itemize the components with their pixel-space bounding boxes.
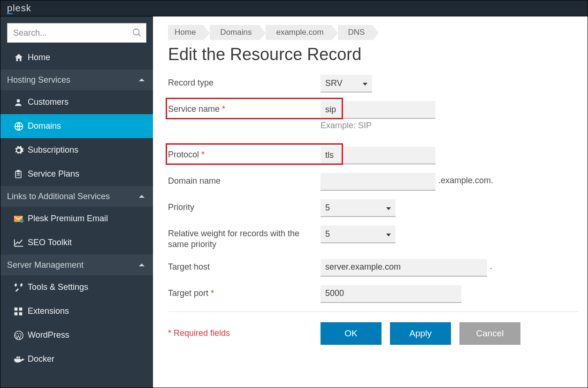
sidebar-item-wordpress[interactable]: WordPress bbox=[0, 323, 153, 347]
tools-icon bbox=[14, 282, 28, 293]
protocol-suffix-input bbox=[343, 147, 435, 164]
sidebar-item-service-plans[interactable]: Service Plans bbox=[0, 162, 153, 186]
sidebar-section-hosting[interactable]: Hosting Services bbox=[0, 70, 153, 90]
sidebar-item-extensions[interactable]: Extensions bbox=[0, 299, 153, 323]
sidebar-item-label: Docker bbox=[28, 354, 145, 364]
domain-name-input[interactable] bbox=[321, 173, 435, 191]
row-protocol: Protocol * bbox=[168, 147, 579, 164]
row-record-type: Record type SRV bbox=[168, 75, 579, 93]
home-icon bbox=[14, 53, 28, 63]
sidebar-item-label: Home bbox=[28, 53, 145, 62]
priority-label: Priority bbox=[168, 199, 321, 213]
target-host-suffix: . bbox=[490, 259, 492, 272]
svg-rect-14 bbox=[15, 312, 18, 315]
row-relative-weight: Relative weight for records with the sam… bbox=[168, 225, 579, 250]
sidebar-section-server[interactable]: Server Management bbox=[0, 255, 153, 275]
row-target-port: Target port * bbox=[168, 285, 579, 303]
service-name-input[interactable] bbox=[321, 101, 343, 119]
sidebar-item-label: SEO Toolkit bbox=[28, 238, 145, 248]
breadcrumb-domain[interactable]: example.com bbox=[266, 25, 331, 40]
sidebar-item-tools-settings[interactable]: Tools & Settings bbox=[0, 275, 153, 299]
breadcrumb-dns[interactable]: DNS bbox=[338, 25, 373, 40]
sidebar-item-seo-toolkit[interactable]: SEO Toolkit bbox=[0, 231, 153, 255]
grid-icon bbox=[14, 307, 28, 316]
svg-rect-15 bbox=[19, 312, 23, 315]
target-host-input[interactable] bbox=[321, 259, 487, 277]
svg-rect-5 bbox=[17, 170, 20, 171]
gear-icon bbox=[14, 145, 28, 155]
breadcrumb-home[interactable]: Home bbox=[168, 25, 203, 40]
svg-point-2 bbox=[17, 99, 20, 102]
svg-point-0 bbox=[133, 29, 139, 35]
row-service-name: Service name * Example: SIP bbox=[168, 101, 579, 131]
top-bar: plesk bbox=[0, 0, 588, 16]
record-type-select[interactable]: SRV bbox=[321, 75, 372, 93]
chevron-up-icon bbox=[139, 264, 145, 266]
globe-icon bbox=[14, 121, 28, 132]
chevron-up-icon bbox=[139, 195, 145, 198]
sidebar-section-links[interactable]: Links to Additional Services bbox=[0, 186, 153, 207]
clipboard-icon bbox=[14, 169, 28, 179]
row-target-host: Target host . bbox=[168, 259, 579, 277]
service-name-hint: Example: SIP bbox=[321, 121, 579, 131]
svg-rect-21 bbox=[18, 357, 20, 358]
main-content: Home Domains example.com DNS Edit the Re… bbox=[153, 16, 588, 388]
target-port-input[interactable] bbox=[321, 285, 461, 303]
sidebar-item-label: WordPress bbox=[28, 330, 145, 340]
sidebar-item-label: Extensions bbox=[28, 306, 145, 316]
search-input[interactable] bbox=[8, 23, 146, 42]
protocol-label: Protocol * bbox=[168, 147, 321, 160]
priority-select[interactable]: 5 bbox=[321, 199, 396, 217]
sidebar-item-docker[interactable]: Docker bbox=[0, 347, 153, 371]
sidebar: Home Hosting Services Customers Domains … bbox=[0, 16, 153, 388]
target-host-label: Target host bbox=[168, 259, 321, 272]
chart-icon bbox=[14, 238, 28, 248]
search-icon bbox=[132, 28, 142, 38]
svg-rect-12 bbox=[15, 307, 18, 310]
breadcrumb-domains[interactable]: Domains bbox=[210, 25, 259, 40]
wordpress-icon bbox=[14, 330, 28, 341]
domain-suffix: .example.com. bbox=[438, 173, 493, 186]
sidebar-item-label: Domains bbox=[28, 121, 145, 131]
service-name-suffix-input bbox=[343, 101, 435, 119]
target-port-label: Target port * bbox=[168, 285, 321, 299]
sidebar-item-label: Service Plans bbox=[28, 169, 145, 179]
mail-icon bbox=[14, 214, 28, 224]
svg-point-9 bbox=[20, 219, 23, 222]
svg-rect-20 bbox=[16, 357, 18, 358]
sidebar-item-label: Subscriptions bbox=[28, 145, 145, 155]
sidebar-item-label: Plesk Premium Email bbox=[28, 214, 145, 224]
service-name-label: Service name * bbox=[168, 101, 321, 115]
docker-icon bbox=[14, 355, 28, 364]
relative-weight-label: Relative weight for records with the sam… bbox=[168, 225, 321, 250]
sidebar-item-home[interactable]: Home bbox=[0, 46, 153, 70]
actions-row: * Required fields OK Apply Cancel bbox=[168, 322, 579, 345]
row-priority: Priority 5 bbox=[168, 199, 579, 217]
breadcrumb: Home Domains example.com DNS bbox=[168, 25, 579, 40]
person-icon bbox=[14, 98, 28, 107]
protocol-input[interactable] bbox=[321, 147, 343, 164]
page-title: Edit the Resource Record bbox=[168, 45, 579, 64]
sidebar-item-label: Tools & Settings bbox=[28, 282, 145, 292]
relative-weight-select[interactable]: 5 bbox=[321, 225, 396, 243]
brand-logo: plesk bbox=[7, 3, 31, 14]
apply-button[interactable]: Apply bbox=[390, 322, 451, 345]
ok-button[interactable]: OK bbox=[321, 322, 382, 345]
cancel-button[interactable]: Cancel bbox=[459, 322, 520, 345]
sidebar-item-domains[interactable]: Domains bbox=[0, 114, 153, 138]
svg-line-1 bbox=[138, 34, 141, 37]
sidebar-item-label: Customers bbox=[28, 97, 145, 107]
chevron-up-icon bbox=[139, 78, 145, 81]
row-domain-name: Domain name .example.com. bbox=[168, 173, 579, 191]
sidebar-item-customers[interactable]: Customers bbox=[0, 90, 153, 114]
divider bbox=[168, 311, 579, 312]
sidebar-item-subscriptions[interactable]: Subscriptions bbox=[0, 138, 153, 162]
sidebar-item-premium-email[interactable]: Plesk Premium Email bbox=[0, 207, 153, 231]
record-type-label: Record type bbox=[168, 75, 321, 88]
search-box[interactable] bbox=[7, 23, 146, 43]
domain-name-label: Domain name bbox=[168, 173, 321, 186]
svg-rect-13 bbox=[19, 307, 23, 310]
required-note: * Required fields bbox=[168, 328, 321, 338]
